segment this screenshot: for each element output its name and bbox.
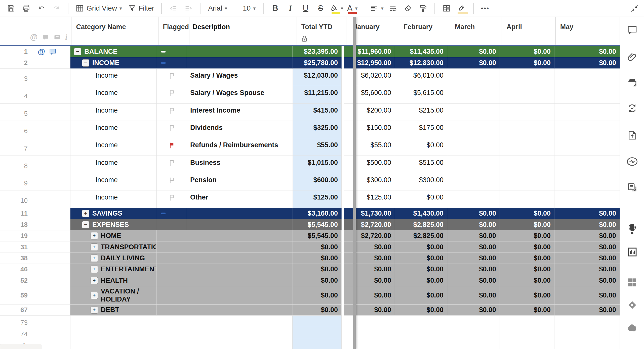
total-ytd-cell[interactable]: $600.00 — [293, 173, 342, 190]
strikethrough-button[interactable]: S — [314, 2, 327, 15]
flagged-cell[interactable] — [156, 316, 187, 327]
month-cell[interactable]: $0.00 — [395, 264, 447, 275]
month-cell[interactable]: $0.00 — [447, 286, 500, 305]
month-cell[interactable]: $0.00 — [554, 275, 620, 286]
expand-button[interactable]: + — [91, 277, 98, 284]
description-cell[interactable]: Other — [187, 190, 293, 208]
total-ytd-cell[interactable]: $1,015.00 — [293, 156, 342, 173]
category-cell[interactable]: Income — [70, 121, 157, 138]
month-cell[interactable]: $0.00 — [447, 275, 500, 286]
expand-button[interactable]: + — [91, 266, 98, 273]
total-ytd-cell[interactable]: $0.00 — [293, 264, 342, 275]
collapse-button[interactable]: − — [82, 59, 89, 67]
month-cell[interactable]: $0.00 — [554, 57, 620, 69]
month-cell[interactable]: $0.00 — [447, 208, 500, 219]
month-cell[interactable] — [500, 338, 554, 349]
month-cell[interactable] — [447, 104, 500, 121]
month-cell[interactable] — [395, 338, 447, 349]
month-cell[interactable] — [554, 69, 620, 86]
total-ytd-cell[interactable] — [293, 327, 342, 338]
month-cell[interactable]: $6,020.00 — [344, 69, 395, 86]
month-cell[interactable]: $0.00 — [500, 241, 554, 253]
sheet-summary-button[interactable] — [626, 181, 638, 193]
month-cell[interactable] — [447, 121, 500, 138]
total-ytd-cell[interactable]: $55.00 — [293, 138, 342, 156]
expand-button[interactable]: + — [91, 255, 98, 262]
category-cell[interactable]: +DAILY LIVING — [70, 253, 156, 264]
month-cell[interactable]: $0.00 — [500, 230, 554, 241]
month-cell[interactable]: $1,730.00 — [344, 208, 395, 219]
month-cell[interactable] — [447, 173, 500, 190]
row-number-cell[interactable]: 10 — [0, 190, 70, 208]
save-button[interactable] — [5, 2, 17, 15]
flagged-cell[interactable] — [156, 338, 187, 349]
description-cell[interactable] — [187, 208, 293, 219]
month-cell[interactable]: $12,830.00 — [395, 57, 447, 69]
month-cell[interactable]: $11,960.00 — [344, 46, 395, 57]
description-cell[interactable] — [187, 241, 293, 253]
month-cell[interactable]: $2,825.00 — [395, 219, 447, 230]
flagged-cell[interactable] — [156, 208, 187, 219]
month-cell[interactable] — [344, 327, 395, 338]
row-number-cell[interactable]: 59 — [0, 286, 70, 305]
month-cell[interactable]: $55.00 — [344, 138, 395, 156]
print-button[interactable] — [20, 2, 32, 15]
proofs-button[interactable] — [626, 77, 638, 88]
month-cell[interactable]: $500.00 — [344, 156, 395, 173]
flagged-cell[interactable] — [156, 286, 187, 305]
month-cell[interactable]: $0.00 — [447, 219, 500, 230]
total-ytd-cell[interactable]: $415.00 — [293, 104, 342, 121]
row-number-cell[interactable]: 73 — [0, 316, 70, 327]
gutter-header[interactable]: @ i — [0, 17, 71, 45]
flagged-cell[interactable] — [157, 69, 187, 86]
bold-button[interactable]: B — [269, 2, 281, 15]
row-number-cell[interactable]: 9 — [0, 173, 70, 190]
month-cell[interactable] — [554, 190, 620, 208]
month-cell[interactable]: $2,720.00 — [344, 219, 395, 230]
expand-button[interactable]: + — [91, 292, 98, 299]
flagged-cell[interactable] — [156, 46, 187, 57]
outdent-button[interactable] — [167, 2, 179, 15]
month-cell[interactable]: $0.00 — [554, 208, 620, 219]
month-cell[interactable]: $0.00 — [554, 305, 620, 316]
charts-button[interactable] — [626, 246, 638, 258]
month-cell[interactable]: $0.00 — [344, 305, 395, 316]
column-header-january[interactable]: January — [349, 17, 399, 45]
category-cell[interactable]: Income — [70, 173, 157, 190]
category-cell[interactable]: Income — [70, 86, 157, 104]
row-number-cell[interactable]: 46 — [0, 264, 70, 275]
month-cell[interactable]: $0.00 — [500, 286, 554, 305]
flagged-cell[interactable] — [156, 219, 187, 230]
month-cell[interactable]: $2,825.00 — [395, 230, 447, 241]
description-cell[interactable] — [187, 338, 293, 349]
month-cell[interactable] — [344, 338, 395, 349]
category-cell[interactable]: +DEBT — [70, 305, 156, 316]
flagged-cell[interactable] — [156, 241, 187, 253]
month-cell[interactable] — [395, 327, 447, 338]
flagged-cell[interactable] — [156, 57, 187, 69]
row-number-cell[interactable]: 52 — [0, 275, 70, 286]
fill-color-button[interactable]: ▾ — [330, 2, 343, 15]
publish-button[interactable] — [626, 130, 638, 141]
month-cell[interactable] — [554, 121, 620, 138]
flagged-cell[interactable] — [156, 253, 187, 264]
redo-button[interactable] — [50, 2, 62, 15]
month-cell[interactable]: $0.00 — [344, 264, 395, 275]
total-ytd-cell[interactable]: $25,780.00 — [293, 57, 342, 69]
format-painter-button[interactable] — [417, 2, 429, 15]
month-cell[interactable]: $11,435.00 — [395, 46, 447, 57]
total-ytd-cell[interactable]: $0.00 — [293, 305, 342, 316]
description-cell[interactable] — [187, 230, 293, 241]
category-cell[interactable]: +HEALTH — [70, 275, 156, 286]
total-ytd-cell[interactable]: $12,030.00 — [293, 69, 342, 86]
wrap-text-button[interactable] — [387, 2, 399, 15]
month-cell[interactable] — [554, 156, 620, 173]
month-cell[interactable]: $6,010.00 — [395, 69, 447, 86]
month-cell[interactable]: $2,720.00 — [344, 230, 395, 241]
total-ytd-cell[interactable]: $325.00 — [293, 121, 342, 138]
month-cell[interactable] — [395, 316, 447, 327]
total-ytd-cell[interactable]: $3,160.00 — [293, 208, 342, 219]
expand-button[interactable]: + — [82, 210, 89, 217]
total-ytd-cell[interactable]: $23,395.00 — [293, 46, 342, 57]
flagged-cell[interactable] — [157, 190, 187, 208]
